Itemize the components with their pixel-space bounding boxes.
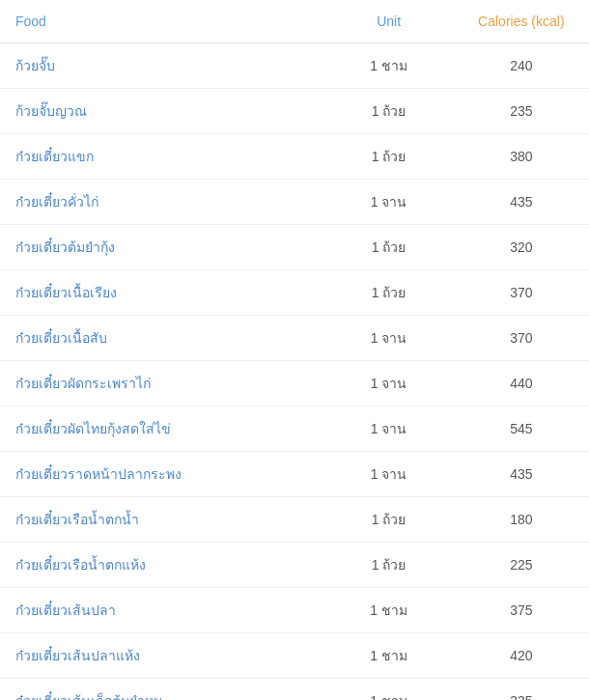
unit-column-header: Unit <box>324 0 454 43</box>
calories-cell: 370 <box>454 270 589 316</box>
unit-cell: 1 จาน <box>324 361 454 406</box>
table-row: ก๋วยเตี๋ยวคั่วไก่1 จาน435 <box>0 180 589 225</box>
calories-cell: 240 <box>454 43 589 89</box>
calories-cell: 440 <box>454 361 589 406</box>
food-cell: ก๋วยเตี๋ยวเรือน้ำตกแห้ง <box>0 543 324 588</box>
food-cell: ก้วยจั๊บ <box>0 43 324 89</box>
food-cell: ก๋วยเตี๋ยวเส้นเล็กต้มยำหมู <box>0 679 324 701</box>
food-cell: ก๋วยเตี๋ยวคั่วไก่ <box>0 180 324 225</box>
calories-cell: 420 <box>454 633 589 679</box>
unit-cell: 1 จาน <box>324 452 454 497</box>
food-cell: ก๋วยเตี๋ยวราดหน้าปลากระพง <box>0 452 324 497</box>
unit-cell: 1 จาน <box>324 180 454 225</box>
table-row: ก๋วยเตี๋ยวเรือน้ำตกน้ำ1 ถ้วย180 <box>0 497 589 543</box>
food-cell: ก๋วยเตี๋ยวผัดกระเพราไก่ <box>0 361 324 406</box>
unit-cell: 1 ชาม <box>324 679 454 701</box>
food-column-header: Food <box>0 0 324 43</box>
food-cell: ก๋วยเตี๋ยวเนื้อสับ <box>0 316 324 361</box>
calories-cell: 335 <box>454 679 589 701</box>
table-row: ก๋วยเตี๋ยวผัดไทยกุ้งสดใส่ไข่1 จาน545 <box>0 406 589 452</box>
calories-cell: 180 <box>454 497 589 543</box>
table-row: ก๋วยเตี๋ยวราดหน้าปลากระพง1 จาน435 <box>0 452 589 497</box>
table-row: ก๋วยเตี๋ยวเส้นเล็กต้มยำหมู1 ชาม335 <box>0 679 589 701</box>
table-row: ก๋วยเตี๋ยวแขก1 ถ้วย380 <box>0 134 589 180</box>
table-row: ก้วยจั๊บ1 ชาม240 <box>0 43 589 89</box>
food-table: Food Unit Calories (kcal) ก้วยจั๊บ1 ชาม2… <box>0 0 589 700</box>
food-cell: ก๋วยเตี๋ยวต้มยำกุ้ง <box>0 225 324 270</box>
unit-cell: 1 ถ้วย <box>324 270 454 316</box>
table-row: ก๋วยเตี๋ยวเรือน้ำตกแห้ง1 ถ้วย225 <box>0 543 589 588</box>
food-cell: ก้วยจั๊บญวณ <box>0 89 324 134</box>
calories-cell: 235 <box>454 89 589 134</box>
unit-cell: 1 จาน <box>324 406 454 452</box>
food-cell: ก๋วยเตี๋ยวเรือน้ำตกน้ำ <box>0 497 324 543</box>
unit-cell: 1 ชาม <box>324 43 454 89</box>
calories-cell: 380 <box>454 134 589 180</box>
calories-cell: 370 <box>454 316 589 361</box>
calories-cell: 435 <box>454 452 589 497</box>
table-row: ก๋วยเตี๋ยวเส้นปลาแห้ง1 ชาม420 <box>0 633 589 679</box>
table-row: ก๋วยเตี๋ยวเนื้อสับ1 จาน370 <box>0 316 589 361</box>
table-row: ก๋วยเตี๋ยวเนื้อเรียง1 ถ้วย370 <box>0 270 589 316</box>
food-cell: ก๋วยเตี๋ยวเส้นปลา <box>0 588 324 633</box>
unit-cell: 1 ถ้วย <box>324 225 454 270</box>
unit-cell: 1 ถ้วย <box>324 134 454 180</box>
unit-cell: 1 ถ้วย <box>324 543 454 588</box>
calories-column-header: Calories (kcal) <box>454 0 589 43</box>
table-row: ก๋วยเตี๋ยวเส้นปลา1 ชาม375 <box>0 588 589 633</box>
food-cell: ก๋วยเตี๋ยวเส้นปลาแห้ง <box>0 633 324 679</box>
food-cell: ก๋วยเตี๋ยวเนื้อเรียง <box>0 270 324 316</box>
unit-cell: 1 ชาม <box>324 633 454 679</box>
calories-cell: 545 <box>454 406 589 452</box>
food-cell: ก๋วยเตี๋ยวแขก <box>0 134 324 180</box>
table-row: ก๋วยเตี๋ยวผัดกระเพราไก่1 จาน440 <box>0 361 589 406</box>
unit-cell: 1 ถ้วย <box>324 497 454 543</box>
food-cell: ก๋วยเตี๋ยวผัดไทยกุ้งสดใส่ไข่ <box>0 406 324 452</box>
table-row: ก้วยจั๊บญวณ1 ถ้วย235 <box>0 89 589 134</box>
calories-cell: 225 <box>454 543 589 588</box>
unit-cell: 1 จาน <box>324 316 454 361</box>
table-row: ก๋วยเตี๋ยวต้มยำกุ้ง1 ถ้วย320 <box>0 225 589 270</box>
calories-cell: 320 <box>454 225 589 270</box>
calories-cell: 375 <box>454 588 589 633</box>
calories-cell: 435 <box>454 180 589 225</box>
unit-cell: 1 ชาม <box>324 588 454 633</box>
table-header-row: Food Unit Calories (kcal) <box>0 0 589 43</box>
unit-cell: 1 ถ้วย <box>324 89 454 134</box>
